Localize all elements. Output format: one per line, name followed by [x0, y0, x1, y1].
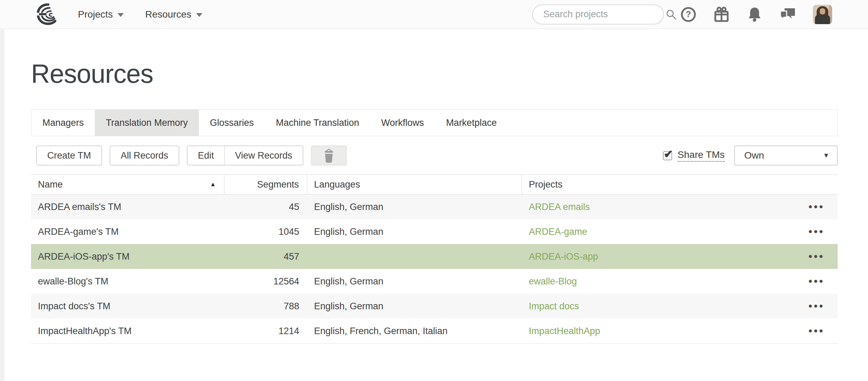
row-actions-ellipsis-icon[interactable]: ••• — [808, 301, 825, 311]
tm-projects-cell: ImpactHealthApp ••• — [522, 319, 838, 343]
project-link[interactable]: ARDEA emails — [529, 202, 590, 212]
project-link[interactable]: ARDEA-iOS-app — [529, 251, 598, 262]
row-actions-ellipsis-icon[interactable]: ••• — [808, 227, 825, 237]
tm-languages: English, German — [314, 202, 383, 212]
table-row[interactable]: ImpactHealthApp's TM 1214 English, Frenc… — [31, 319, 838, 343]
view-records-button[interactable]: View Records — [224, 146, 303, 165]
select-caret-icon: ▼ — [823, 152, 829, 159]
tab[interactable]: Managers — [31, 110, 95, 136]
tm-name: ARDEA-game's TM — [38, 227, 119, 237]
sort-ascending-icon[interactable]: ▲ — [210, 181, 216, 188]
table-row[interactable]: Impact docs's TM 788 English, German Imp… — [31, 294, 838, 319]
checkmark-icon: ✔ — [664, 148, 673, 161]
user-avatar[interactable] — [813, 5, 832, 24]
tm-languages-cell: English, German — [307, 194, 522, 219]
gift-icon[interactable] — [713, 6, 730, 23]
tm-segments-count: 457 — [284, 251, 299, 262]
tm-scope-select[interactable]: Own ▼ — [734, 146, 838, 166]
help-icon[interactable]: ? — [680, 7, 696, 22]
edit-button[interactable]: Edit — [188, 146, 224, 165]
project-link[interactable]: Impact docs — [529, 301, 579, 312]
translation-memory-table: Name ▲ Segments Languages Projects ARDEA… — [31, 174, 838, 344]
share-tms-checkbox[interactable]: ✔ — [663, 151, 672, 160]
tm-projects-cell: Impact docs ••• — [522, 294, 838, 319]
column-header-projects[interactable]: Projects — [522, 175, 838, 194]
tm-segments-cell: 1214 — [224, 319, 307, 343]
column-header-name[interactable]: Name ▲ — [31, 175, 224, 194]
tm-name: ImpactHealthApp's TM — [38, 326, 132, 337]
tm-segments-count: 45 — [289, 202, 299, 212]
table-row[interactable]: ARDEA emails's TM 45 English, German ARD… — [31, 194, 838, 219]
project-link[interactable]: ImpactHealthApp — [529, 326, 600, 337]
tm-toolbar: Create TM All Records Edit View Records — [31, 146, 838, 166]
tm-segments-count: 788 — [284, 301, 299, 312]
tab-label: Machine Translation — [276, 118, 359, 128]
trash-icon — [322, 148, 336, 163]
tab-label: Workflows — [381, 118, 424, 128]
table-header: Name ▲ Segments Languages Projects — [31, 174, 838, 194]
edit-view-button-group: Edit View Records — [187, 146, 303, 166]
create-tm-button[interactable]: Create TM — [36, 146, 102, 166]
tm-languages: English, French, German, Italian — [314, 326, 447, 337]
nav-menu-resources-label: Resources — [145, 9, 191, 20]
nav-menu-projects[interactable]: Projects — [78, 9, 124, 20]
tab[interactable]: Translation Memory — [95, 110, 199, 136]
create-tm-label: Create TM — [47, 150, 91, 161]
row-actions-ellipsis-icon[interactable]: ••• — [808, 251, 825, 262]
tm-scope-selected-value: Own — [744, 150, 764, 161]
chevron-down-icon — [196, 13, 202, 17]
delete-tm-button[interactable] — [311, 146, 347, 166]
project-link[interactable]: ARDEA-game — [529, 227, 587, 237]
row-actions-ellipsis-icon[interactable]: ••• — [808, 202, 825, 212]
table-row[interactable]: ARDEA-iOS-app's TM 457 ARDEA-iOS-app ••• — [31, 244, 838, 269]
all-records-label: All Records — [121, 150, 168, 161]
tab[interactable]: Workflows — [370, 110, 435, 136]
all-records-button[interactable]: All Records — [110, 146, 179, 166]
navbar-icons: ? — [680, 5, 832, 24]
tm-segments-cell: 45 — [224, 194, 307, 219]
svg-text:?: ? — [686, 9, 691, 19]
tm-languages: English, German — [314, 227, 383, 237]
tm-name-cell: ImpactHealthApp's TM — [31, 319, 224, 343]
tm-languages-cell: English, German — [307, 269, 522, 294]
search-icon[interactable] — [665, 9, 677, 20]
column-header-segments-label: Segments — [257, 179, 299, 190]
table-row[interactable]: ewalle-Blog's TM 12564 English, German e… — [31, 269, 838, 294]
app-logo[interactable] — [36, 3, 60, 26]
messages-icon[interactable] — [779, 6, 796, 23]
row-actions-ellipsis-icon[interactable]: ••• — [808, 326, 825, 336]
project-link[interactable]: ewalle-Blog — [529, 276, 577, 287]
column-header-projects-label: Projects — [529, 179, 563, 190]
tm-languages-cell — [307, 244, 522, 269]
row-actions-ellipsis-icon[interactable]: ••• — [808, 276, 825, 287]
notifications-icon[interactable] — [747, 6, 763, 23]
tm-languages-cell: English, German — [307, 219, 522, 244]
tm-segments-cell: 1045 — [224, 219, 307, 244]
project-search[interactable] — [532, 4, 664, 24]
tm-name-cell: ARDEA-game's TM — [31, 219, 224, 244]
tm-segments-count: 1045 — [279, 227, 299, 237]
tm-projects-cell: ARDEA-game ••• — [522, 219, 838, 244]
toolbar-right-group: ✔ Share TMs Own ▼ — [663, 146, 838, 166]
share-tms-toggle[interactable]: ✔ Share TMs — [663, 149, 725, 162]
column-header-languages[interactable]: Languages — [307, 175, 522, 194]
share-tms-label: Share TMs — [678, 149, 725, 162]
top-navbar: Projects Resources ? — [0, 0, 868, 29]
tab[interactable]: Machine Translation — [265, 110, 370, 136]
tm-segments-count: 1214 — [279, 326, 299, 337]
search-input[interactable] — [543, 9, 665, 20]
tm-projects-cell: ewalle-Blog ••• — [522, 269, 838, 294]
nav-menu-projects-label: Projects — [78, 9, 113, 20]
tm-segments-cell: 457 — [224, 244, 307, 269]
table-row[interactable]: ARDEA-game's TM 1045 English, German ARD… — [31, 219, 838, 244]
table-body: ARDEA emails's TM 45 English, German ARD… — [31, 194, 838, 344]
tab[interactable]: Glossaries — [199, 110, 265, 136]
navbar-right-group: ? — [532, 4, 832, 24]
nav-menu-resources[interactable]: Resources — [145, 9, 202, 20]
avatar-face — [820, 8, 825, 14]
column-header-name-label: Name — [38, 179, 63, 190]
tab[interactable]: Marketplace — [435, 110, 508, 136]
column-header-segments[interactable]: Segments — [224, 175, 307, 194]
tm-segments-count: 12564 — [273, 276, 299, 287]
tm-name-cell: ARDEA emails's TM — [31, 194, 224, 219]
